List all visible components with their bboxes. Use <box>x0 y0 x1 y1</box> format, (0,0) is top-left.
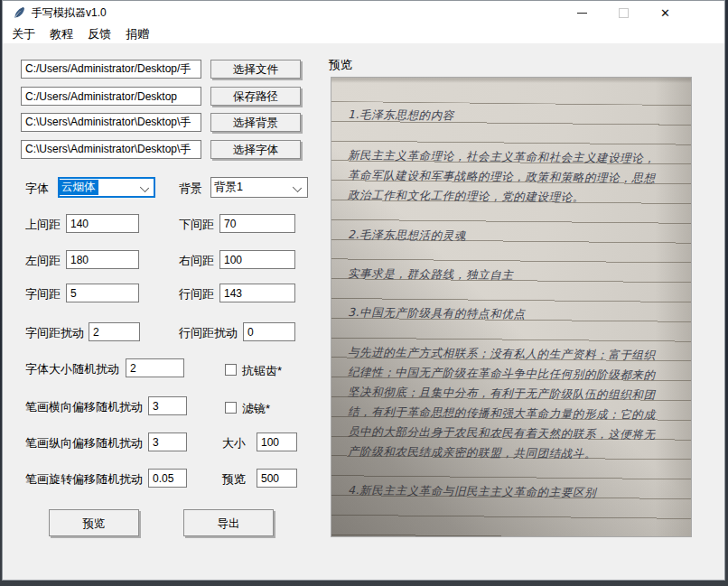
background-combobox[interactable]: 背景1 <box>210 177 308 198</box>
app-window: 手写模拟器v1.0 ✕ 关于 教程 反馈 捐赠 选择文件 保存路径 选择背景 选… <box>2 0 725 581</box>
font-label: 字体 <box>25 181 49 197</box>
preview-image: 1.毛泽东思想的内容 新民主主义革命理论，社会主义革命和社会主义建设理论， 革命… <box>331 77 692 537</box>
line-spacing-input[interactable] <box>219 284 295 302</box>
bottom-margin-label: 下间距 <box>179 217 214 233</box>
maximize-button[interactable] <box>602 1 644 24</box>
left-margin-label: 左间距 <box>25 253 61 269</box>
handwriting-line: 3.中国无产阶级具有的特点和优点 <box>348 305 526 322</box>
save-path-button[interactable]: 保存路径 <box>210 87 301 106</box>
line-spacing-label: 行间距 <box>179 286 214 302</box>
minimize-icon <box>577 13 587 14</box>
window-title: 手写模拟器v1.0 <box>32 1 107 24</box>
handwriting-line: 政治工作和文化工作的理论，党的建设理论。 <box>348 188 584 206</box>
close-icon: ✕ <box>660 7 670 19</box>
minimize-button[interactable] <box>561 1 602 24</box>
handwriting-line: 1.毛泽东思想的内容 <box>348 107 454 124</box>
antialias-checkbox[interactable] <box>225 364 237 376</box>
stroke-h-jitter-input[interactable] <box>148 396 187 415</box>
handwriting-line: 与先进的生产方式相联系；没有私人的生产资料；富于组织 <box>348 345 656 364</box>
handwriting-line: 纪律性；中国无产阶级在革命斗争中比任何别的阶级都来的 <box>348 365 656 384</box>
handwriting-line: 员中的大部分出身于农民和农民有着天然的联系，这便将无 <box>348 424 656 443</box>
stroke-rot-jitter-label: 笔画旋转偏移随机扰动 <box>25 471 143 488</box>
font-file-path-input[interactable] <box>21 140 201 159</box>
handwriting-line: 实事求是，群众路线，独立自主 <box>348 266 514 284</box>
handwriting-line: 革命军队建设和军事战略的理论，政策和策略的理论，思想 <box>348 168 656 187</box>
size-input[interactable] <box>257 433 297 451</box>
font-combobox[interactable]: 云烟体 <box>58 177 155 198</box>
filter-label: 滤镜* <box>242 401 270 417</box>
line-spacing-jitter-input[interactable] <box>243 322 295 341</box>
antialias-label: 抗锯齿* <box>242 363 282 379</box>
close-button[interactable]: ✕ <box>644 1 686 24</box>
font-size-jitter-input[interactable] <box>126 358 184 377</box>
char-spacing-jitter-label: 字间距扰动 <box>25 325 84 341</box>
source-file-path-input[interactable] <box>21 60 201 79</box>
handwriting-line: 结，有利于革命思想的传播和强大革命力量的形成；它的成 <box>348 405 656 423</box>
chevron-down-icon <box>140 183 149 192</box>
feather-icon <box>13 6 25 19</box>
filter-checkbox[interactable] <box>225 402 237 414</box>
bottom-margin-input[interactable] <box>219 214 295 233</box>
preview-button[interactable]: 预览 <box>49 509 139 536</box>
save-path-input[interactable] <box>21 87 201 106</box>
select-background-button[interactable]: 选择背景 <box>210 113 301 132</box>
top-margin-label: 上间距 <box>25 217 61 233</box>
preview-size-label: 预览 <box>222 471 246 488</box>
maximize-icon <box>619 8 629 18</box>
handwriting-line: 产阶级和农民结成亲密的联盟，共同团结战斗。 <box>348 444 596 462</box>
top-margin-input[interactable] <box>66 214 139 233</box>
select-file-button[interactable]: 选择文件 <box>210 60 301 79</box>
menu-item-about[interactable]: 关于 <box>5 24 42 43</box>
right-margin-input[interactable] <box>219 250 295 269</box>
font-combobox-value: 云烟体 <box>59 180 98 195</box>
background-label: 背景 <box>179 181 202 197</box>
font-size-jitter-label: 字体大小随机扰动 <box>25 361 119 377</box>
select-font-button[interactable]: 选择字体 <box>210 140 301 159</box>
handwriting-line: 新民主主义革命理论，社会主义革命和社会主义建设理论， <box>348 148 656 167</box>
menu-item-tutorial[interactable]: 教程 <box>42 24 80 43</box>
left-margin-input[interactable] <box>66 250 139 269</box>
line-spacing-jitter-label: 行间距扰动 <box>179 325 238 341</box>
char-spacing-label: 字间距 <box>25 286 61 302</box>
stroke-v-jitter-label: 笔画纵向偏移随机扰动 <box>25 435 143 451</box>
menu-item-donate[interactable]: 捐赠 <box>118 24 156 43</box>
char-spacing-jitter-input[interactable] <box>89 322 140 341</box>
export-button[interactable]: 导出 <box>183 509 274 536</box>
stroke-v-jitter-input[interactable] <box>148 433 187 451</box>
right-margin-label: 右间距 <box>179 253 214 269</box>
char-spacing-input[interactable] <box>66 284 139 302</box>
title-bar[interactable]: 手写模拟器v1.0 ✕ <box>3 1 724 24</box>
size-label: 大小 <box>222 435 246 451</box>
menu-bar: 关于 教程 反馈 捐赠 <box>3 24 724 43</box>
stroke-rot-jitter-input[interactable] <box>148 469 187 488</box>
menu-item-feedback[interactable]: 反馈 <box>80 24 118 43</box>
handwriting-line: 2.毛泽东思想活的灵魂 <box>348 228 466 244</box>
preview-panel-label: 预览 <box>329 57 352 73</box>
handwriting-line: 坚决和彻底；且集中分布，有利于无产阶级队伍的组织和团 <box>348 385 656 404</box>
preview-size-input[interactable] <box>257 469 297 488</box>
handwriting-line: 4.新民主主义革命与旧民主主义革命的主要区别 <box>348 483 596 501</box>
background-combobox-value: 背景1 <box>211 180 246 195</box>
stroke-h-jitter-label: 笔画横向偏移随机扰动 <box>25 399 143 415</box>
chevron-down-icon <box>293 183 302 192</box>
background-file-path-input[interactable] <box>21 113 201 132</box>
